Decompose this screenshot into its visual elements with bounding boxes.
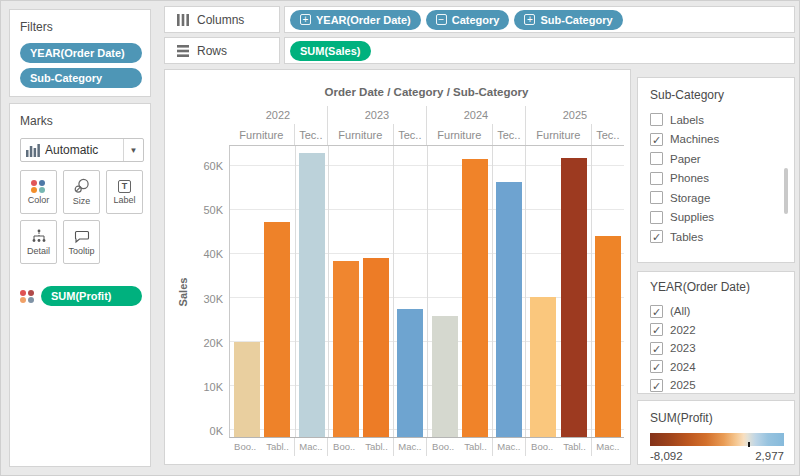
- x-axis-label: Boo..: [229, 438, 261, 456]
- filter-item-tables[interactable]: ✓Tables: [650, 227, 788, 247]
- rows-shelf: Rows SUM(Sales): [164, 37, 795, 64]
- encoding-row: SUM(Profit): [20, 286, 142, 306]
- columns-pill-area[interactable]: +YEAR(Order Date)−Category+Sub-Category: [284, 6, 795, 33]
- filter-item-phones[interactable]: Phones: [650, 169, 788, 189]
- pill-sub-category[interactable]: +Sub-Category: [514, 10, 622, 30]
- filter-item-storage[interactable]: Storage: [650, 188, 788, 208]
- chart-pane-2023-furniture: [329, 146, 395, 437]
- bar-2024-Boo[interactable]: [432, 316, 458, 437]
- bar-2023-Tabl[interactable]: [363, 258, 389, 437]
- x-label-cell: Boo..Tabl..: [229, 438, 295, 456]
- pill-sub-category[interactable]: Sub-Category: [20, 68, 142, 88]
- checkbox-checked-icon[interactable]: ✓: [650, 379, 663, 392]
- rows-shelf-label-box: Rows: [164, 37, 280, 64]
- pill-label: YEAR(Order Date): [30, 43, 125, 63]
- filter-item-label: 2023: [670, 342, 696, 354]
- category-header: Tec..: [394, 124, 427, 145]
- gradient-bar: [650, 433, 784, 446]
- subcategory-filter-list: Labels✓MachinesPaperPhonesStorageSupplie…: [650, 110, 788, 247]
- x-axis-label: Boo..: [526, 438, 558, 456]
- checkbox-checked-icon[interactable]: ✓: [650, 230, 663, 243]
- profit-min-label: -8,092: [650, 450, 683, 462]
- mark-type-dropdown[interactable]: Automatic ▼: [20, 138, 144, 162]
- filter-item-labels[interactable]: Labels: [650, 110, 788, 130]
- checkbox-checked-icon[interactable]: ✓: [650, 342, 663, 355]
- color-icon: [31, 180, 46, 193]
- y-tick-label: 50K: [203, 204, 223, 216]
- profit-legend-title: SUM(Profit): [650, 411, 784, 425]
- bar-2023-Mac[interactable]: [397, 309, 423, 437]
- checkbox-unchecked-icon[interactable]: [650, 152, 663, 165]
- x-label-cell: Mac..: [592, 438, 624, 456]
- profit-gradient[interactable]: [650, 433, 784, 446]
- bar-2024-Mac[interactable]: [496, 182, 522, 437]
- checkbox-unchecked-icon[interactable]: [650, 172, 663, 185]
- chevron-down-icon[interactable]: ▼: [123, 139, 143, 161]
- size-button[interactable]: Size: [63, 170, 100, 214]
- x-label-cell: Mac..: [295, 438, 328, 456]
- y-tick-label: 60K: [203, 160, 223, 172]
- checkbox-checked-icon[interactable]: ✓: [650, 323, 663, 336]
- pill-year-order-date-[interactable]: YEAR(Order Date): [20, 43, 142, 63]
- chart-view: Order Date / Category / Sub-Category 202…: [164, 69, 631, 465]
- checkbox-unchecked-icon[interactable]: [650, 211, 663, 224]
- color-button[interactable]: Color: [20, 170, 57, 214]
- category-header: Furniture: [526, 124, 592, 145]
- rows-pill-area[interactable]: SUM(Sales): [284, 37, 795, 64]
- bar-2023-Boo[interactable]: [333, 261, 359, 437]
- checkbox-checked-icon[interactable]: ✓: [650, 133, 663, 146]
- filter-item-2023[interactable]: ✓2023: [650, 339, 788, 358]
- bar-2025-Boo[interactable]: [530, 297, 556, 437]
- bar-2025-Mac[interactable]: [595, 236, 621, 437]
- expand-icon[interactable]: +: [300, 14, 311, 25]
- pill-category[interactable]: −Category: [426, 10, 510, 30]
- x-axis-label: Mac..: [295, 438, 327, 456]
- expand-icon[interactable]: +: [524, 14, 535, 25]
- filters-pill-list: YEAR(Order Date)Sub-Category: [20, 43, 142, 93]
- x-axis-labels: Boo..Tabl..Mac..Boo..Tabl..Mac..Boo..Tab…: [229, 438, 624, 456]
- plot-area: [229, 146, 624, 438]
- collapse-icon[interactable]: −: [436, 14, 447, 25]
- bar-2024-Tabl[interactable]: [462, 159, 488, 437]
- filter-item-2025[interactable]: ✓2025: [650, 376, 788, 395]
- filter-item--all-[interactable]: ✓(All): [650, 302, 788, 321]
- pill-sum-sales-[interactable]: SUM(Sales): [290, 41, 371, 61]
- category-header: Furniture: [229, 124, 295, 145]
- chart-pane-2024-tec: [493, 146, 526, 437]
- filter-item-label: Paper: [670, 153, 701, 165]
- profit-legend-labels: -8,092 2,977: [650, 450, 784, 462]
- pill-label: SUM(Sales): [300, 41, 361, 61]
- pill-year-order-date-[interactable]: +YEAR(Order Date): [290, 10, 421, 30]
- chart-pane-2024-furniture: [428, 146, 494, 437]
- filter-item-label: 2025: [670, 379, 696, 391]
- mark-type-value: Automatic: [45, 143, 123, 157]
- filter-item-paper[interactable]: Paper: [650, 149, 788, 169]
- checkbox-unchecked-icon[interactable]: [650, 113, 663, 126]
- columns-shelf-label: Columns: [197, 13, 244, 27]
- chart-title: Order Date / Category / Sub-Category: [229, 86, 624, 106]
- profit-encoding-pill[interactable]: SUM(Profit): [41, 286, 142, 306]
- bar-2022-Boo[interactable]: [234, 342, 260, 437]
- filter-item-supplies[interactable]: Supplies: [650, 208, 788, 228]
- checkbox-checked-icon[interactable]: ✓: [650, 305, 663, 318]
- checkbox-checked-icon[interactable]: ✓: [650, 360, 663, 373]
- columns-shelf-label-box: Columns: [164, 6, 280, 33]
- tooltip-button[interactable]: Tooltip: [63, 220, 100, 264]
- x-axis-label: Tabl..: [261, 438, 293, 456]
- color-legend-icon: [20, 290, 35, 303]
- bar-2022-Mac[interactable]: [299, 153, 325, 437]
- bar-2025-Tabl[interactable]: [561, 158, 587, 437]
- label-button[interactable]: T Label: [106, 170, 143, 214]
- filter-item-2024[interactable]: ✓2024: [650, 358, 788, 377]
- size-icon: [73, 178, 91, 194]
- x-axis-label: Tabl..: [360, 438, 392, 456]
- scrollbar[interactable]: [784, 168, 788, 214]
- category-header: Tec..: [493, 124, 526, 145]
- bar-2022-Tabl[interactable]: [264, 222, 290, 437]
- pill-label: Sub-Category: [30, 68, 102, 88]
- filter-item-2022[interactable]: ✓2022: [650, 321, 788, 340]
- x-axis-label: Mac..: [493, 438, 525, 456]
- checkbox-unchecked-icon[interactable]: [650, 191, 663, 204]
- filter-item-machines[interactable]: ✓Machines: [650, 130, 788, 150]
- detail-button[interactable]: Detail: [20, 220, 57, 264]
